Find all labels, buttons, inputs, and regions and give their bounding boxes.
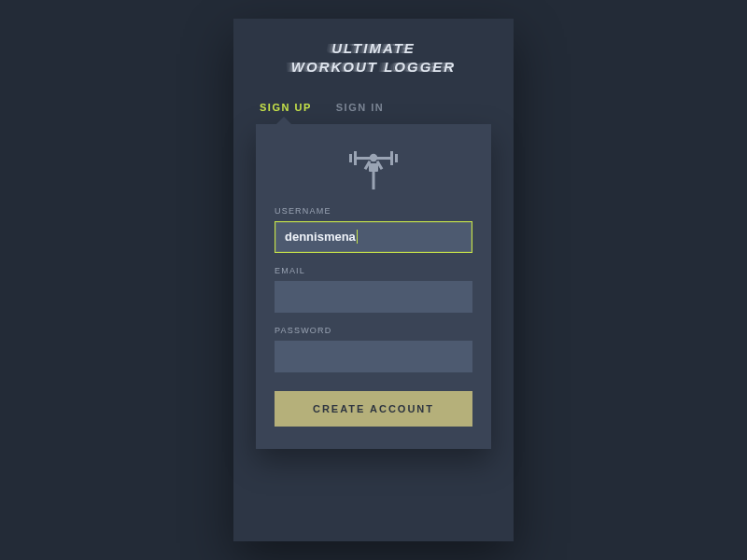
logo-line-2: Workout Logger [256, 58, 491, 77]
weightlifter-icon [275, 148, 472, 189]
svg-rect-3 [395, 154, 398, 162]
password-input[interactable] [275, 341, 472, 372]
svg-rect-2 [390, 151, 393, 165]
email-field: Email [275, 266, 472, 313]
email-input[interactable] [275, 281, 472, 313]
svg-rect-1 [354, 151, 357, 165]
tab-signup[interactable]: Sign Up [260, 102, 312, 113]
create-account-button[interactable]: Create Account [275, 391, 472, 427]
email-label: Email [275, 266, 472, 275]
logo-line-1: Ultimate [256, 39, 491, 58]
tab-signin[interactable]: Sign In [336, 102, 384, 113]
username-input[interactable]: dennismena [275, 221, 472, 253]
svg-point-5 [370, 153, 377, 161]
text-caret [357, 230, 358, 244]
password-field: Password [275, 326, 472, 372]
username-label: Username [275, 206, 472, 216]
username-field: Username dennismena [275, 206, 472, 253]
app-logo: Ultimate Workout Logger [256, 39, 491, 77]
password-label: Password [275, 326, 472, 335]
svg-rect-0 [349, 154, 352, 162]
signup-card: Username dennismena Email Password Creat… [256, 124, 491, 449]
svg-rect-9 [373, 170, 375, 189]
username-value: dennismena [285, 230, 356, 244]
auth-tabs: Sign Up Sign In [256, 102, 491, 113]
app-frame: Ultimate Workout Logger Sign Up Sign In … [233, 19, 514, 541]
